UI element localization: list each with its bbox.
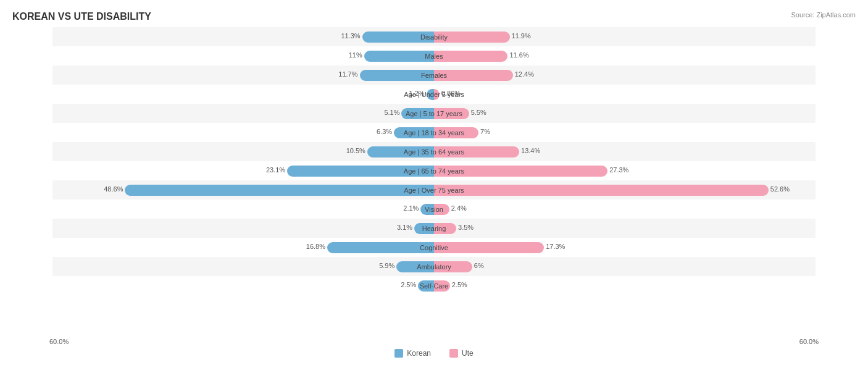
table-row: Males11%11.6% <box>52 46 816 65</box>
legend-ute-label: Ute <box>462 349 474 358</box>
value-ute: 2.4% <box>451 204 467 212</box>
value-korean: 2.1% <box>403 204 419 212</box>
legend-korean-box <box>394 349 403 358</box>
bar-ute <box>434 70 513 81</box>
table-row: Age | 65 to 74 years23.1%27.3% <box>52 161 816 180</box>
bar-ute <box>434 166 607 177</box>
bar-korean <box>418 280 434 292</box>
value-ute: 6% <box>474 262 484 269</box>
bar-ute <box>434 108 469 119</box>
value-ute: 2.5% <box>452 281 467 288</box>
bar-ute <box>434 242 544 253</box>
legend: Korean Ute <box>12 349 856 358</box>
value-korean: 23.1% <box>266 166 285 174</box>
bar-korean <box>125 185 434 196</box>
table-row: Age | Over 75 years48.6%52.6% <box>52 180 816 200</box>
value-ute: 11.9% <box>512 32 531 40</box>
bar-korean <box>414 223 434 234</box>
table-row: Age | 35 to 64 years10.5%13.4% <box>52 142 816 161</box>
value-ute: 11.6% <box>509 51 528 59</box>
bar-ute <box>434 185 769 196</box>
value-korean: 16.8% <box>306 243 325 250</box>
source-label: Source: ZipAtlas.com <box>791 11 856 19</box>
bar-ute <box>434 127 478 138</box>
table-row: Disability11.3%11.9% <box>52 27 816 46</box>
table-row: Ambulatory5.9%6% <box>52 257 816 276</box>
value-korean: 6.3% <box>377 128 392 135</box>
table-row: Age | 18 to 34 years6.3%7% <box>52 123 816 142</box>
bar-korean <box>396 261 434 272</box>
bar-korean <box>401 108 434 119</box>
value-ute: 17.3% <box>546 243 565 250</box>
legend-ute-box <box>449 349 458 358</box>
bar-ute <box>434 280 450 292</box>
legend-korean: Korean <box>394 349 431 358</box>
table-row: Self-Care2.5%2.5% <box>52 276 816 295</box>
value-ute: 5.5% <box>471 109 486 116</box>
value-korean: 5.9% <box>379 262 394 269</box>
table-row: Females11.7%12.4% <box>52 65 816 85</box>
bar-korean <box>367 146 434 158</box>
bar-korean <box>364 51 434 62</box>
table-row: Age | 5 to 17 years5.1%5.5% <box>52 104 816 123</box>
bar-korean <box>327 242 434 253</box>
table-row: Vision2.1%2.4% <box>52 200 816 219</box>
bar-ute <box>434 32 510 43</box>
table-row: Cognitive16.8%17.3% <box>52 238 816 257</box>
value-ute: 12.4% <box>515 70 534 78</box>
bar-ute <box>434 261 472 272</box>
bar-korean <box>394 127 434 138</box>
value-korean: 1.2% <box>409 90 425 97</box>
value-korean: 2.5% <box>401 281 416 288</box>
value-ute: 3.5% <box>458 224 474 231</box>
bar-korean <box>360 70 435 81</box>
bar-ute <box>434 51 507 62</box>
axis-right: 60.0% <box>799 338 819 345</box>
table-row: Hearing3.1%3.5% <box>52 219 816 238</box>
axis-left: 60.0% <box>49 338 69 345</box>
table-row: Age | Under 5 years1.2%0.86% <box>52 85 816 104</box>
value-ute: 0.86% <box>441 90 461 97</box>
value-korean: 48.6% <box>104 185 123 193</box>
legend-ute: Ute <box>449 349 474 358</box>
value-ute: 27.3% <box>609 166 628 174</box>
chart-container: KOREAN VS UTE DISABILITY Source: ZipAtla… <box>0 0 868 378</box>
axis-row: 60.0% 60.0% <box>12 338 856 345</box>
value-korean: 11% <box>349 51 362 59</box>
value-ute: 13.4% <box>521 147 540 154</box>
bar-korean <box>287 166 434 177</box>
chart-title: KOREAN VS UTE DISABILITY <box>12 11 856 22</box>
value-ute: 52.6% <box>770 185 790 193</box>
value-korean: 11.3% <box>341 32 360 40</box>
bar-korean <box>420 204 434 215</box>
value-korean: 5.1% <box>384 109 399 116</box>
bar-ute <box>434 223 456 234</box>
bar-ute <box>434 204 449 215</box>
value-korean: 11.7% <box>338 70 357 78</box>
value-korean: 10.5% <box>346 147 365 154</box>
value-ute: 7% <box>480 128 490 135</box>
bar-ute <box>434 146 519 158</box>
bar-korean <box>362 32 434 43</box>
bar-korean <box>427 89 434 100</box>
legend-korean-label: Korean <box>407 349 431 358</box>
value-korean: 3.1% <box>397 224 412 231</box>
bar-ute <box>434 89 440 100</box>
